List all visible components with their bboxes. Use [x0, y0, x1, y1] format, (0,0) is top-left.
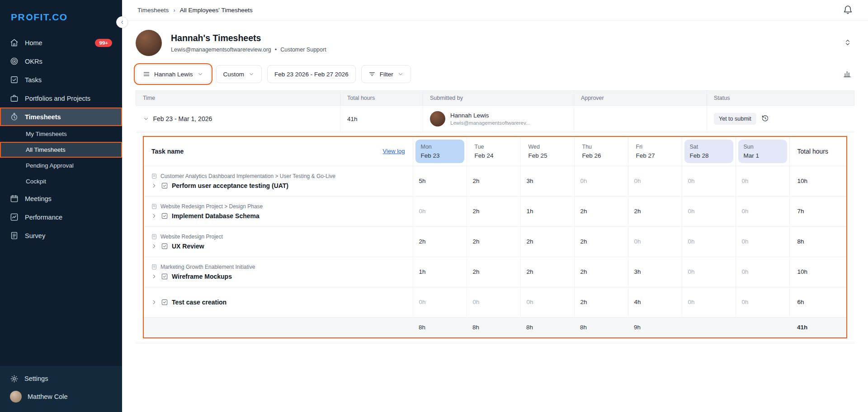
hour-cell: 0h	[628, 226, 682, 257]
task-row: Customer Analytics Dashboard Implementat…	[144, 166, 846, 196]
breadcrumb-timesheets[interactable]: Timesheets	[137, 7, 169, 14]
timesheet-summary-table: Time Total hours Submitted by Approver S…	[136, 90, 854, 132]
hour-cell: 0h	[736, 226, 789, 257]
sidebar-item-home[interactable]: Home 99+	[0, 33, 122, 52]
history-clock-icon	[761, 114, 769, 122]
task-checkbox-icon	[161, 273, 168, 280]
bell-icon	[843, 5, 853, 14]
submitter-text: Hannah Lewis Lewis@managementsoftwarerev…	[450, 112, 530, 126]
submitter-name: Hannah Lewis	[450, 112, 530, 119]
expand-row-chevron-icon[interactable]	[151, 243, 157, 249]
date-label: Feb 25	[528, 152, 566, 159]
day-total: 8h	[520, 317, 574, 337]
hour-cell: 0h	[520, 287, 574, 317]
task-checkbox-icon	[161, 243, 168, 250]
expand-collapse-button[interactable]	[841, 38, 854, 48]
day-chip-today: Mon Feb 23	[415, 140, 464, 163]
hour-cell: 2h	[628, 196, 682, 226]
week-header-row: Task name View log Mon Feb 23	[144, 137, 846, 166]
sidebar-item-meetings[interactable]: Meetings	[0, 189, 122, 208]
sidebar-item-tasks[interactable]: Tasks	[0, 70, 122, 89]
sidebar-item-cockpit[interactable]: Cockpit	[0, 173, 122, 189]
chevron-down-icon	[197, 71, 203, 77]
hour-cell: 0h	[736, 166, 789, 196]
expand-row-chevron-icon[interactable]	[151, 299, 157, 305]
weekday-label: Fri	[636, 144, 674, 150]
sidebar-item-label: Timesheets	[25, 113, 112, 121]
sidebar-item-pending-approval[interactable]: Pending Approval	[0, 158, 122, 173]
user-avatar	[10, 391, 22, 403]
hour-cell: 3h	[628, 257, 682, 287]
sidebar-item-my-timesheets[interactable]: My Timesheets	[0, 126, 122, 142]
employee-selector-button[interactable]: Hannah Lewis	[136, 65, 211, 83]
task-cell: Website Redesign Project > Design Phase …	[144, 196, 413, 226]
briefcase-icon	[10, 94, 19, 103]
hour-cell: 2h	[467, 257, 520, 287]
sidebar-item-settings[interactable]: Settings	[0, 370, 122, 388]
filter-button[interactable]: Filter	[361, 65, 411, 83]
sidebar-item-performance[interactable]: Performance	[0, 208, 122, 226]
project-path: Website Redesign Project > Design Phase	[151, 203, 406, 210]
period-toggle[interactable]: Feb 23 - Mar 1, 2026	[143, 115, 334, 122]
date-range-label: Feb 23 2026 - Feb 27 2026	[274, 71, 349, 78]
hour-cell: 0h	[736, 257, 789, 287]
day-header-wed: Wed Feb 25	[520, 137, 574, 166]
status-history-button[interactable]	[761, 114, 769, 123]
sidebar-item-survey[interactable]: Survey	[0, 226, 122, 245]
sidebar-item-portfolios-projects[interactable]: Portfolios and Projects	[0, 89, 122, 108]
toolbar: Hannah Lewis Custom Feb 23 2026 - Feb 27…	[136, 65, 854, 83]
sidebar-collapse-button[interactable]	[116, 16, 128, 28]
sidebar-item-okrs[interactable]: OKRs	[0, 52, 122, 70]
day-header-tue: Tue Feb 24	[467, 137, 520, 166]
expand-row-chevron-icon[interactable]	[151, 273, 157, 280]
main-area: Timesheets › All Employees' Timesheets H…	[122, 0, 868, 412]
sidebar-item-all-timesheets[interactable]: All Timesheets	[0, 142, 122, 158]
task-row: Test case creation 0h 0h 0h 2h 4h 0h 0h …	[144, 287, 846, 317]
calendar-icon	[10, 194, 19, 203]
employee-avatar	[136, 30, 162, 56]
view-log-link[interactable]: View log	[383, 148, 405, 154]
weekday-label: Tue	[475, 144, 513, 150]
project-doc-icon	[151, 173, 157, 179]
home-icon	[10, 38, 19, 47]
breadcrumb-current: All Employees' Timesheets	[180, 7, 253, 14]
chevron-down-icon	[143, 116, 149, 122]
task-cell: Marketing Growth Enablement Initiative W…	[144, 257, 413, 287]
expand-row-chevron-icon[interactable]	[151, 213, 157, 219]
user-name: Matthew Cole	[28, 393, 68, 400]
task-name: Perform user acceptance testing (UAT)	[172, 182, 288, 189]
hour-cell: 0h	[682, 226, 736, 257]
submitter-email: Lewis@managementsoftwarerev...	[450, 120, 530, 126]
expand-row-chevron-icon[interactable]	[151, 183, 157, 189]
week-detail-table: Task name View log Mon Feb 23	[144, 137, 846, 337]
hour-cell: 0h	[682, 196, 736, 226]
summary-total-hours: 41h	[347, 116, 358, 122]
task-row: Marketing Growth Enablement Initiative W…	[144, 257, 846, 287]
sidebar-user-menu[interactable]: Matthew Cole	[0, 388, 122, 406]
hour-cell: 3h	[520, 166, 574, 196]
week-totals-row: 8h 8h 8h 8h 9h 41h	[144, 317, 846, 337]
hour-cell: 0h	[574, 166, 628, 196]
sidebar-item-label: Survey	[25, 232, 112, 239]
day-chip: Thu Feb 26	[577, 140, 626, 163]
task-name: Implement Database Schema	[172, 212, 259, 220]
task-line: Implement Database Schema	[151, 212, 406, 220]
analytics-view-button[interactable]	[840, 69, 854, 80]
chevrons-up-down-icon	[844, 38, 852, 47]
notifications-button[interactable]	[843, 5, 853, 16]
sidebar-item-timesheets[interactable]: Timesheets	[0, 108, 122, 126]
day-total: 8h	[413, 317, 467, 337]
stopwatch-icon	[10, 112, 19, 121]
grand-total: 41h	[789, 317, 846, 337]
summary-header-row: Time Total hours Submitted by Approver S…	[136, 91, 854, 106]
page-title: Hannah's Timesheets	[171, 33, 326, 43]
project-path: Marketing Growth Enablement Initiative	[151, 264, 406, 270]
range-preset-button[interactable]: Custom	[216, 65, 262, 83]
row-total-hours: 8h	[789, 226, 846, 257]
hour-cell: 2h	[574, 226, 628, 257]
day-chip: Tue Feb 24	[469, 140, 518, 163]
date-range-button[interactable]: Feb 23 2026 - Feb 27 2026	[267, 65, 356, 83]
task-row: Website Redesign Project UX Review 2h 2h	[144, 226, 846, 257]
employee-selector-label: Hannah Lewis	[154, 71, 193, 78]
logo-o-icon	[26, 14, 33, 20]
